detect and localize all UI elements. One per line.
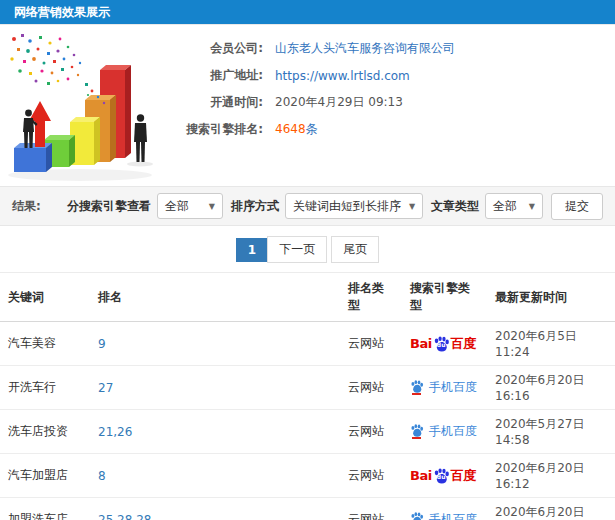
baidu-paw-icon: du — [433, 336, 450, 352]
col-updated: 最新更新时间 — [487, 273, 615, 322]
engine-rank-count: 4648 — [275, 122, 306, 136]
keyword-cell: 洗车店投资 — [8, 424, 68, 438]
member-company-link[interactable]: 山东老人头汽车服务咨询有限公司 — [275, 40, 455, 57]
sort-select[interactable]: 关键词由短到长排序 ▼ — [285, 193, 423, 219]
page-title: 网络营销效果展示 — [14, 4, 110, 21]
pagination: 1 下一页 尾页 — [0, 226, 615, 272]
table-header-row: 关键词 排名 排名类型 搜索引擎类型 最新更新时间 — [0, 273, 615, 322]
result-label: 结果: — [12, 198, 41, 215]
sort-label: 排序方式 — [231, 198, 279, 215]
mobile-baidu-paw-icon — [410, 424, 424, 439]
col-rank-type: 排名类型 — [340, 273, 402, 322]
mobile-baidu-logo: 手机百度 — [410, 512, 477, 520]
mobile-baidu-paw-icon — [410, 512, 424, 520]
updated-time-cell: 2020年6月20日 16:16 — [495, 373, 584, 403]
baidu-logo: Bai du 百度 — [410, 336, 476, 352]
article-type-label: 文章类型 — [431, 198, 479, 215]
rank-link[interactable]: 25,28,28 — [98, 513, 151, 520]
open-time-value: 2020年4月29日 09:13 — [275, 94, 403, 111]
growth-chart-illustration — [0, 25, 185, 185]
col-rank: 排名 — [90, 273, 340, 322]
promo-url-label: 推广地址: — [185, 67, 263, 84]
table-row[interactable]: 开洗车行 27 云网站 Bai du 百度 — [0, 366, 615, 410]
rank-link[interactable]: 21,26 — [98, 425, 132, 439]
title-bar: 网络营销效果展示 — [0, 0, 615, 25]
col-keyword: 关键词 — [0, 273, 90, 322]
rank-link[interactable]: 8 — [98, 469, 106, 483]
rank-type-cell: 云网站 — [348, 380, 384, 394]
chevron-down-icon: ▼ — [409, 202, 415, 211]
results-table: 关键词 排名 排名类型 搜索引擎类型 最新更新时间 汽车美容 9 云网站 Bai… — [0, 272, 615, 520]
keyword-cell: 开洗车行 — [8, 380, 56, 394]
keyword-cell: 汽车加盟店 — [8, 468, 68, 482]
last-page-button[interactable]: 尾页 — [331, 236, 379, 263]
baidu-paw-icon: du — [433, 468, 450, 484]
updated-time-cell: 2020年5月27日 14:58 — [495, 417, 584, 447]
confetti — [10, 34, 105, 104]
open-time-row: 开通时间: 2020年4月29日 09:13 — [185, 89, 455, 116]
engine-filter-value: 全部 — [165, 198, 189, 215]
table-row[interactable]: 洗车店投资 21,26 云网站 Bai du 百度 — [0, 410, 615, 454]
promo-url-row: 推广地址: https://www.lrtlsd.com — [185, 62, 455, 89]
rank-type-cell: 云网站 — [348, 468, 384, 482]
sort-value: 关键词由短到长排序 — [293, 198, 401, 215]
rank-link[interactable]: 9 — [98, 337, 106, 351]
table-row[interactable]: 加盟洗车店 25,28,28 云网站 Bai du 百度 — [0, 498, 615, 520]
engine-rank-row: 搜索引擎排名: 4648条 — [185, 116, 455, 143]
member-company-row: 会员公司: 山东老人头汽车服务咨询有限公司 — [185, 35, 455, 62]
article-type-select[interactable]: 全部 ▼ — [485, 193, 543, 219]
rank-type-cell: 云网站 — [348, 512, 384, 520]
mobile-baidu-logo: 手机百度 — [410, 380, 477, 395]
keyword-cell: 加盟洗车店 — [8, 512, 68, 520]
businessman-right — [134, 114, 147, 162]
submit-button[interactable]: 提交 — [551, 193, 603, 220]
col-engine-type: 搜索引擎类型 — [402, 273, 487, 322]
baidu-logo: Bai du 百度 — [410, 468, 476, 484]
open-time-label: 开通时间: — [185, 94, 263, 111]
updated-time-cell: 2020年6月20日 16:12 — [495, 461, 584, 491]
updated-time-cell: 2020年6月5日 11:24 — [495, 329, 577, 359]
keyword-cell: 汽车美容 — [8, 336, 56, 350]
engine-rank-unit: 条 — [306, 122, 318, 136]
member-info-panel: 会员公司: 山东老人头汽车服务咨询有限公司 推广地址: https://www.… — [185, 25, 455, 186]
engine-filter-select[interactable]: 全部 ▼ — [157, 193, 223, 219]
mobile-baidu-paw-icon — [410, 380, 424, 395]
table-row[interactable]: 汽车美容 9 云网站 Bai du 百度 — [0, 322, 615, 366]
updated-time-cell: 2020年6月20日 16:11 — [495, 505, 584, 520]
engine-view-label: 分搜索引擎查看 — [67, 198, 151, 215]
rank-type-cell: 云网站 — [348, 424, 384, 438]
rank-type-cell: 云网站 — [348, 336, 384, 350]
mobile-baidu-logo: 手机百度 — [410, 424, 477, 439]
promo-url-link[interactable]: https://www.lrtlsd.com — [275, 69, 410, 83]
chevron-down-icon: ▼ — [209, 202, 215, 211]
rank-link[interactable]: 27 — [98, 381, 113, 395]
article-type-value: 全部 — [493, 198, 517, 215]
page-1-button[interactable]: 1 — [236, 238, 268, 262]
filter-bar: 结果: 分搜索引擎查看 全部 ▼ 排序方式 关键词由短到长排序 ▼ 文章类型 全… — [0, 186, 615, 226]
next-page-button[interactable]: 下一页 — [267, 236, 327, 263]
top-section: 会员公司: 山东老人头汽车服务咨询有限公司 推广地址: https://www.… — [0, 25, 615, 186]
table-row[interactable]: 汽车加盟店 8 云网站 Bai du 百度 — [0, 454, 615, 498]
chevron-down-icon: ▼ — [529, 202, 535, 211]
member-company-label: 会员公司: — [185, 40, 263, 57]
bar-blue — [14, 143, 52, 172]
engine-rank-label: 搜索引擎排名: — [185, 121, 263, 138]
